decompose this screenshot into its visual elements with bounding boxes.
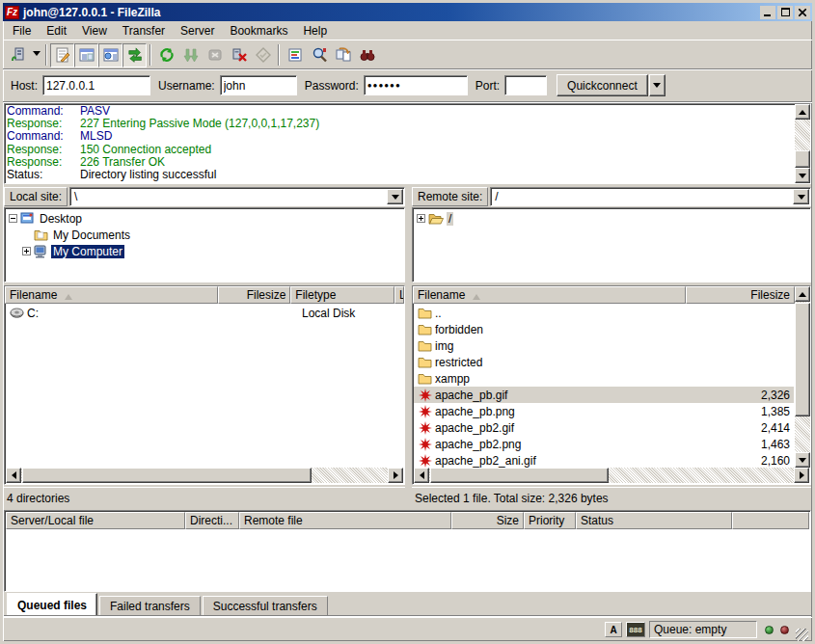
remote-treeview-icon [103,47,119,63]
menu-edit[interactable]: Edit [39,22,74,40]
scroll-down-button[interactable] [795,452,810,468]
tree-item-my-documents[interactable]: My Documents [5,227,404,243]
menu-bookmarks[interactable]: Bookmarks [222,22,295,40]
arrow-left-icon [416,471,424,479]
column-header-direction[interactable]: Directi... [185,512,239,529]
log-vertical-scrollbar[interactable] [795,104,810,183]
resize-grip[interactable] [796,629,808,641]
combo-dropdown-button[interactable] [387,189,403,204]
tab-queued-files[interactable]: Queued files [7,593,97,615]
column-header-status[interactable]: Status [576,512,732,529]
menu-view[interactable]: View [74,22,115,40]
remote-site-row: Remote site: / [412,186,811,207]
column-header-lastmodified[interactable]: L [394,286,404,304]
username-input[interactable] [220,75,297,95]
column-header-priority[interactable]: Priority [524,512,576,529]
scroll-right-button[interactable] [388,468,403,483]
local-site-combobox[interactable]: \ [69,187,405,206]
toggle-log-button[interactable] [50,43,74,67]
quickconnect-dropdown[interactable] [649,74,666,96]
scroll-thumb[interactable] [22,468,312,483]
file-row-c-drive[interactable]: C: Local Disk [6,305,403,321]
remote-horizontal-scrollbar[interactable] [414,468,809,483]
scroll-thumb[interactable] [430,468,609,483]
file-row[interactable]: img [414,337,794,354]
tree-item-root[interactable]: / [413,210,810,227]
scroll-down-button[interactable] [795,168,810,183]
menu-transfer[interactable]: Transfer [115,22,173,40]
filter-button[interactable] [283,43,307,67]
file-row[interactable]: apache_pb2.gif 2,414 [414,419,794,436]
password-input[interactable] [364,75,468,95]
file-row[interactable]: .. [414,305,794,321]
process-queue-button[interactable] [178,43,203,67]
expand-icon[interactable] [417,214,425,223]
column-header-filename[interactable]: Filename [5,286,218,304]
file-row[interactable]: restricted [414,354,794,370]
tree-item-my-computer[interactable]: My Computer [5,243,404,259]
close-button[interactable] [795,6,810,19]
quickconnect-button[interactable]: Quickconnect [557,74,648,96]
titlebar: Fz john@127.0.0.1 - FileZilla [3,3,812,21]
host-input[interactable] [42,75,150,95]
maximize-button[interactable] [777,6,793,19]
port-input[interactable] [504,75,547,95]
column-header-filesize[interactable]: Filesize [686,286,795,304]
file-row[interactable]: apache_pb2_ani.gif 2,160 [414,452,794,468]
cancel-button[interactable] [203,43,227,67]
scroll-thumb[interactable] [795,150,810,168]
folder-icon [418,339,432,352]
dropdown-arrow-icon [798,195,805,203]
column-header-filesize[interactable]: Filesize [218,286,290,304]
menu-help[interactable]: Help [295,22,335,40]
vertical-splitter[interactable] [405,186,412,490]
column-header-server-local-file[interactable]: Server/Local file [6,512,185,529]
scroll-up-button[interactable] [795,286,810,302]
tree-item-label[interactable]: / [447,212,453,226]
column-header-size[interactable]: Size [451,512,524,529]
refresh-button[interactable] [154,43,178,67]
scroll-up-button[interactable] [795,104,810,120]
scroll-left-button[interactable] [414,468,429,483]
tree-item-label[interactable]: Desktop [38,212,84,226]
file-row[interactable]: xampp [414,370,794,387]
tree-item-label[interactable]: My Computer [51,245,124,258]
tab-successful-transfers[interactable]: Successful transfers [203,596,328,615]
reconnect-button[interactable] [251,43,275,67]
directory-comparison-button[interactable] [331,43,355,67]
remote-vertical-scrollbar[interactable] [795,286,810,468]
site-manager-dropdown[interactable] [30,43,42,67]
collapse-icon[interactable] [9,214,17,223]
scroll-thumb[interactable] [795,303,810,416]
tree-item-label[interactable]: My Documents [51,228,132,242]
file-search-button[interactable] [307,43,331,67]
tab-failed-transfers[interactable]: Failed transfers [99,596,201,615]
file-row[interactable]: apache_pb.png 1,385 [414,403,794,419]
log-line: Response:150 Connection accepted [7,144,794,156]
disconnect-button[interactable] [227,43,251,67]
column-header-filetype[interactable]: Filetype [290,286,394,304]
combo-dropdown-button[interactable] [793,189,809,204]
column-header-blank[interactable] [732,512,809,529]
menu-file[interactable]: File [5,22,39,40]
synchronized-browsing-button[interactable] [355,43,379,67]
minimize-button[interactable] [760,6,775,19]
expand-icon[interactable] [22,247,31,255]
local-horizontal-scrollbar[interactable] [6,468,403,483]
column-header-filename[interactable]: Filename [413,286,686,304]
file-row-selected[interactable]: apache_pb.gif 2,326 [414,387,794,403]
scroll-left-button[interactable] [6,468,21,483]
filter-icon [287,47,303,63]
tree-item-desktop[interactable]: Desktop [5,210,404,227]
column-header-remote-file[interactable]: Remote file [239,512,451,529]
menu-server[interactable]: Server [173,22,222,40]
scroll-right-button[interactable] [794,468,809,483]
remote-file-list-panel: Filename Filesize .. forbidden img [412,285,811,508]
toggle-local-tree-button[interactable] [74,43,98,67]
site-manager-button[interactable] [6,43,30,67]
file-row[interactable]: apache_pb2.png 1,463 [414,436,794,452]
toggle-queue-button[interactable] [122,43,147,67]
remote-site-combobox[interactable]: / [490,187,811,206]
file-row[interactable]: forbidden [414,321,794,337]
toggle-remote-tree-button[interactable] [98,43,122,67]
